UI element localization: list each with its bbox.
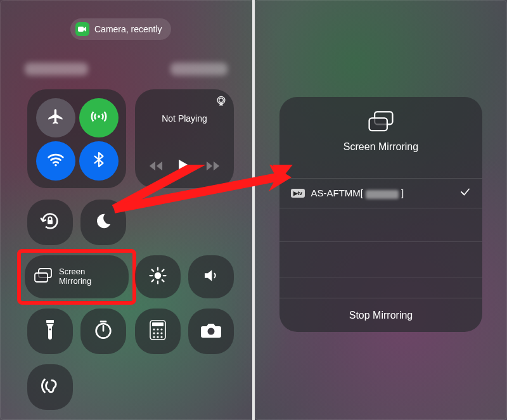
volume-icon [202,266,221,288]
do-not-disturb-button[interactable] [80,200,126,245]
svg-rect-7 [35,273,48,282]
stop-mirroring-button[interactable]: Stop Mirroring [279,298,482,332]
svg-rect-25 [369,118,387,130]
appletv-badge-icon: ▶tv [291,189,305,198]
moon-icon [94,212,113,233]
svg-point-4 [219,98,224,103]
play-icon[interactable] [178,159,191,175]
rotation-lock-button[interactable] [27,200,73,245]
flashlight-button[interactable] [27,309,73,354]
dialog-header: Screen Mirroring [279,97,482,153]
screen-mirroring-label: Screen Mirroring [59,267,91,286]
svg-rect-0 [78,27,84,32]
svg-point-22 [160,336,162,338]
accessibility-shortcut-button[interactable] [27,364,73,410]
connectivity-group[interactable] [27,89,126,188]
cellular-icon [89,107,108,129]
svg-point-15 [157,328,158,330]
redacted-status-right [170,63,228,75]
media-transport-controls [135,159,234,175]
control-center-panel: Camera, recently Not [0,0,254,420]
svg-point-21 [157,336,158,338]
checkmark-icon [459,186,471,200]
wifi-toggle[interactable] [36,141,75,181]
svg-point-2 [55,164,57,167]
svg-point-3 [217,96,225,104]
hearing-icon [39,375,61,399]
mirroring-device-row[interactable]: ▶tv AS-AFTMM[] [279,178,482,208]
svg-point-19 [160,332,162,334]
redacted-status-left [25,63,88,75]
camera-button[interactable] [188,309,234,354]
not-playing-label: Not Playing [135,113,234,124]
svg-rect-9 [46,320,54,323]
screen-mirroring-button[interactable]: Screen Mirroring [25,255,129,298]
camera-icon [75,22,89,36]
dialog-title: Screen Mirroring [279,141,482,153]
svg-point-1 [98,115,100,118]
camera-app-icon [200,322,222,341]
volume-slider[interactable] [188,255,234,298]
svg-point-23 [208,328,215,335]
airplane-icon [47,108,65,128]
svg-point-10 [49,329,51,331]
airplay-audio-icon [215,94,228,110]
svg-point-14 [153,328,155,330]
brightness-slider[interactable] [135,255,181,298]
svg-point-17 [153,332,155,334]
bluetooth-icon [91,151,107,170]
svg-point-8 [155,272,162,279]
row-separator [279,241,482,242]
stop-mirroring-label: Stop Mirroring [349,310,413,321]
screen-mirroring-dialog: Screen Mirroring ▶tv AS-AFTMM[] Stop Mir… [279,97,482,332]
screen-mirroring-icon [34,268,53,286]
timer-icon [93,320,113,343]
device-name-label: AS-AFTMM[] [311,188,404,198]
svg-rect-13 [152,322,164,326]
screen-mirroring-dialog-icon [367,124,395,134]
rewind-icon[interactable] [149,160,163,174]
svg-point-20 [153,336,155,338]
fast-forward-icon[interactable] [206,160,220,174]
calculator-button[interactable] [135,309,181,354]
timer-button[interactable] [80,309,126,354]
screen-mirroring-panel: Screen Mirroring ▶tv AS-AFTMM[] Stop Mir… [255,0,507,420]
svg-point-16 [160,328,162,330]
bluetooth-toggle[interactable] [79,141,119,181]
rotation-lock-icon [39,210,61,234]
svg-rect-5 [48,220,53,224]
airplane-mode-toggle[interactable] [36,98,75,137]
now-playing-card[interactable]: Not Playing [135,89,234,188]
row-separator [279,277,482,277]
privacy-indicator-pill[interactable]: Camera, recently [70,18,171,40]
redacted-text [366,190,399,199]
privacy-indicator-label: Camera, recently [94,24,162,34]
wifi-icon [46,150,65,172]
calculator-icon [150,320,166,343]
flashlight-icon [44,320,56,343]
brightness-icon [148,266,167,288]
cellular-data-toggle[interactable] [79,98,119,137]
svg-point-18 [157,332,158,334]
